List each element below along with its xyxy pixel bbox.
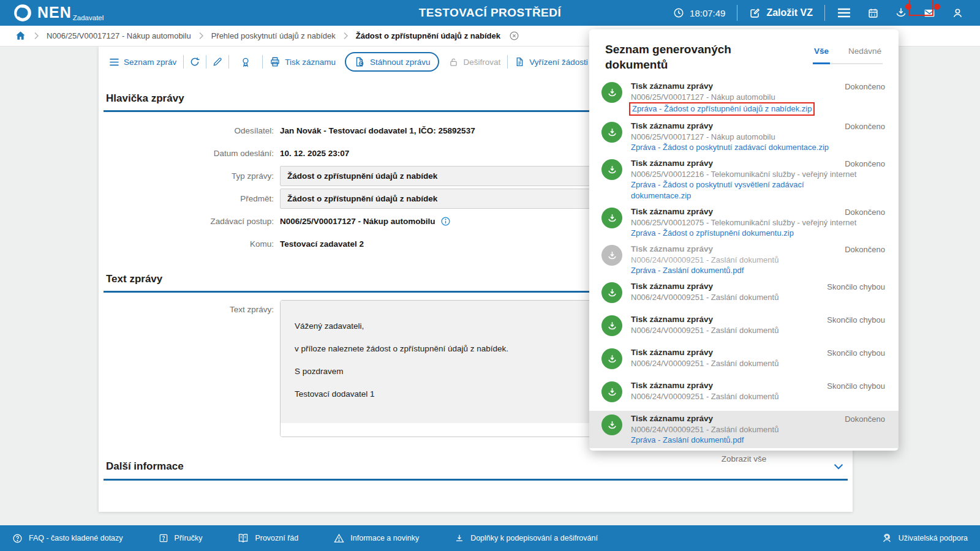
document-list-item[interactable]: Tisk záznamu zprávy N006/24/V00009251 - … [589,411,899,448]
document-list-item[interactable]: Tisk záznamu zprávy N006/25/V00017127 - … [589,118,899,156]
home-icon[interactable] [15,30,26,42]
field-label: Typ zprávy: [104,171,280,181]
document-subtitle: N006/24/V00009251 - Zaslání dokumentů [631,424,837,435]
footer-addons-link[interactable]: Doplňky k podepisování a dešifrování [454,533,598,543]
show-all-link[interactable]: Zobrazit vše [589,448,899,476]
download-arrow-icon [454,533,464,543]
field-value: Testovací zadavatel 2 [280,239,364,249]
document-list-item[interactable]: Tisk záznamu zprávy N006/24/V00009251 - … [589,345,899,378]
download-message-button[interactable]: Stáhnout zprávu [345,52,439,72]
toolbar-divider [262,55,263,69]
document-title: Tisk záznamu zprávy [631,347,820,358]
document-list: Tisk záznamu zprávy N006/25/V00017127 - … [589,73,899,448]
document-download-link[interactable]: Zpráva - Žádost o poskytnutí vysvětlení … [631,179,837,201]
current-time: 18:07:49 [690,8,725,18]
person-icon [952,7,963,19]
document-subtitle: N006/24/V00009251 - Zaslání dokumentů [631,325,820,335]
document-status: Dokončeno [845,413,885,424]
document-status: Skončilo chybou [827,347,885,358]
document-list-item[interactable]: Tisk záznamu zprávy N006/24/V00009251 - … [589,241,899,279]
breadcrumb-item-current: Žádost o zpřístupnění údajů z nabídek [356,31,500,40]
download-circle-icon [601,414,622,435]
hamburger-icon [837,7,851,19]
refresh-icon [189,56,200,67]
nen-logo[interactable]: NEN Zadavatel [13,4,104,22]
document-title: Tisk záznamu zprávy [631,244,837,255]
clock-display: 18:07:49 [665,0,733,26]
document-status: Skončilo chybou [827,314,885,324]
notification-dot [905,4,911,10]
refresh-button[interactable] [185,56,205,67]
toolbar-divider [206,55,206,69]
document-status: Skončilo chybou [827,281,885,291]
notification-dot [934,4,940,10]
document-subtitle: N006/25/V00012216 - Telekomunikační služ… [631,169,837,179]
download-circle-icon [601,282,622,303]
panel-tabs: Vše Nedávné [813,47,883,64]
document-list-item[interactable]: Tisk záznamu zprávy N006/25/V00012216 - … [589,156,899,204]
list-icon [109,58,119,67]
document-check-icon [514,56,525,67]
brand-name: NEN [37,4,72,20]
footer-support-link[interactable]: Uživatelská podpora [881,533,968,544]
toolbar-divider [507,55,508,69]
topbar-divider [824,5,825,21]
create-vz-button[interactable]: Založit VZ [741,0,821,26]
close-tab-icon[interactable] [509,31,519,41]
document-download-link[interactable]: Zpráva - Zaslání dokumentů.pdf [631,265,744,276]
document-list-item[interactable]: Tisk záznamu zprávy N006/24/V00009251 - … [589,378,899,411]
document-download-link[interactable]: Zpráva - Žádost o poskytnutí zadávací do… [631,142,829,153]
document-subtitle: N006/24/V00009251 - Zaslání dokumentů [631,391,820,402]
edit-button[interactable] [208,56,227,67]
footer-manuals-link[interactable]: Příručky [159,533,203,543]
document-title: Tisk záznamu zprávy [631,206,837,217]
document-list-item[interactable]: Tisk záznamu zprávy N006/25/V00017127 - … [589,78,899,118]
field-label: Text zprávy: [104,300,280,437]
unlock-icon [448,57,459,67]
question-square-icon [159,533,168,543]
breadcrumb-separator [34,32,39,40]
download-circle-icon [601,315,622,336]
footer-rules-link[interactable]: Provozní řád [238,533,298,543]
document-list-item[interactable]: Tisk záznamu zprávy N006/24/V00009251 - … [589,279,899,312]
messages-button[interactable] [915,0,944,26]
print-record-button[interactable]: Tisk záznamu [264,56,341,67]
calendar-button[interactable] [859,0,887,26]
resolve-request-button[interactable]: Vyřízení žádosti [509,56,594,67]
document-title: Tisk záznamu zprávy [631,413,837,424]
warning-triangle-icon [334,533,344,543]
seal-button[interactable] [230,56,261,68]
user-profile-button[interactable] [944,0,971,26]
section-title: Další informace [106,460,184,473]
document-status: Dokončeno [845,244,885,254]
breadcrumb-separator [198,32,204,40]
clock-icon [673,7,684,18]
field-label: Předmět: [104,194,280,203]
document-title: Tisk záznamu zprávy [631,281,820,292]
tab-all[interactable]: Vše [813,47,830,64]
footer-news-link[interactable]: Informace a novinky [334,533,419,543]
document-list-item[interactable]: Tisk záznamu zprávy N006/24/V00009251 - … [589,312,899,345]
generated-documents-button[interactable] [887,0,915,26]
tab-recent[interactable]: Nedávné [847,47,883,63]
brand-role: Zadavatel [73,14,104,21]
download-circle-icon [601,348,622,369]
breadcrumb-item[interactable]: Přehled poskytnutí údajů z nabídek [211,31,336,40]
document-download-link[interactable]: Zpráva - Zaslání dokumentů.pdf [631,435,744,446]
toolbar-divider [183,55,184,69]
document-status: Dokončeno [845,206,885,217]
document-download-link[interactable]: Zpráva - Žádost o zpřístupnění dokumentu… [631,228,794,239]
document-download-link[interactable]: Zpráva - Žádost o zpřístupnění údajů z n… [629,102,815,116]
info-icon[interactable] [440,216,451,227]
document-status: Skončilo chybou [827,380,885,391]
top-app-bar: NEN Zadavatel TESTOVACÍ PROSTŘEDÍ 18:07:… [0,0,980,26]
footer-faq-link[interactable]: FAQ - často kladené dotazy [12,533,123,544]
document-subtitle: N006/25/V00017127 - Nákup automobilu [631,92,837,102]
book-icon [238,533,249,543]
breadcrumb-item[interactable]: N006/25/V00017127 - Nákup automobilu [47,31,191,40]
document-download-icon [354,56,365,67]
topbar-divider [737,5,737,21]
message-list-button[interactable]: Seznam zpráv [104,58,182,67]
main-menu-button[interactable] [829,0,859,26]
document-list-item[interactable]: Tisk záznamu zprávy N006/25/V00012075 - … [589,204,899,241]
